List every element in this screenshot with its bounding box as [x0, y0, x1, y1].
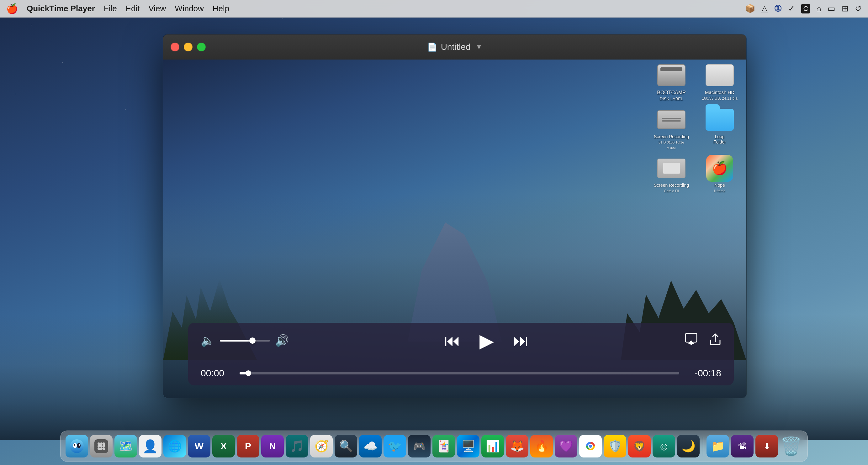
video-area[interactable]: BOOTCAMPDISK LABEL Macintosh HD160.53 GB… [163, 60, 746, 398]
maximize-button[interactable] [197, 43, 206, 52]
svg-point-11 [100, 445, 102, 447]
dock-item-parallels[interactable]: 🖥️ [457, 435, 479, 458]
dock-item-misc2[interactable]: ◎ [653, 435, 675, 458]
macintoshhd-label: Macintosh HD160.53 GB, 24.11 bla [699, 90, 740, 101]
dock-separator [703, 437, 703, 456]
menu-window[interactable]: Window [175, 4, 204, 13]
hd-icon-bootcamp [657, 64, 685, 86]
dock-item-groove[interactable]: 🎵 [286, 435, 308, 458]
dock-item-powerpoint[interactable]: P [237, 435, 259, 458]
screen-rec-1-icon-shape [657, 110, 685, 129]
dock-item-chrome[interactable] [579, 435, 602, 458]
drive-line-2 [662, 120, 681, 122]
nope-label: Nopeil frame [699, 183, 740, 193]
right-controls [684, 333, 721, 349]
minimize-button[interactable] [184, 43, 192, 52]
rewind-button[interactable]: ⏮ [444, 331, 461, 350]
dock-item-safari[interactable]: 🧭 [310, 435, 333, 458]
menu-edit[interactable]: Edit [126, 4, 140, 13]
progress-thumb[interactable] [246, 370, 251, 376]
svg-point-4 [74, 444, 75, 446]
dock-item-finder2[interactable]: 🔍 [335, 435, 357, 458]
app-name-label[interactable]: QuickTime Player [27, 4, 95, 13]
home-icon: ⌂ [816, 4, 821, 13]
dock-item-downie[interactable]: ⬇ [755, 435, 778, 458]
progress-bar[interactable] [240, 372, 679, 374]
svg-point-5 [79, 444, 80, 446]
dock-item-trash[interactable]: 🗑️ [780, 435, 802, 458]
volume-slider[interactable] [220, 340, 270, 341]
desktop-icon-screenrec1: Screen Recording01 D 0100 1of1ev uec [651, 107, 692, 150]
svg-point-15 [102, 447, 105, 450]
share-button[interactable] [709, 333, 721, 349]
title-dropdown-icon[interactable]: ▼ [476, 43, 483, 51]
dock-item-word[interactable]: W [188, 435, 210, 458]
desktop-icon-macintoshhd: Macintosh HD160.53 GB, 24.11 bla [699, 63, 740, 102]
dock-item-other[interactable]: 💜 [555, 435, 577, 458]
desktop-icon-bootcamp: BOOTCAMPDISK LABEL [651, 63, 692, 102]
screenrec2-icon-img [656, 156, 687, 181]
dock-item-numbers[interactable]: 📊 [482, 435, 504, 458]
screenrec2-label: Screen RecordingCam o Fil [651, 183, 692, 193]
time-current: 00:00 [201, 368, 232, 378]
bootcamp-label: BOOTCAMPDISK LABEL [651, 90, 692, 102]
svg-point-14 [100, 447, 102, 450]
launchpad-icon [94, 439, 108, 453]
volume-section: 🔈 🔊 [201, 334, 289, 347]
traffic-lights [170, 43, 206, 52]
nope-icon-img: 🍎 [704, 156, 735, 181]
svg-point-10 [97, 445, 100, 447]
dock-item-onenote[interactable]: N [261, 435, 284, 458]
dock-item-dark[interactable]: 🌙 [677, 435, 700, 458]
controls-bar: 🔈 🔊 ⏮ [188, 323, 734, 386]
video-content: BOOTCAMPDISK LABEL Macintosh HD160.53 GB… [163, 60, 746, 398]
checkmark-icon: ✓ [788, 4, 795, 13]
dock-item-norton[interactable]: 🛡️ [603, 435, 626, 458]
controls-top: 🔈 🔊 ⏮ [201, 330, 721, 352]
dock-item-screenium[interactable]: 📽 [731, 435, 753, 458]
dock-item-microsoft-edge[interactable]: 🌐 [163, 435, 186, 458]
desktop-icon-loopfolder: LoopFolder [699, 107, 740, 150]
dock-item-brave[interactable]: 🦁 [628, 435, 651, 458]
dock-item-maps[interactable]: 🗺️ [115, 435, 137, 458]
dock-item-finder[interactable] [66, 435, 88, 458]
volume-fill [220, 340, 252, 341]
apple-menu[interactable]: 🍎 [6, 3, 18, 14]
progress-row: 00:00 -00:18 [201, 368, 721, 378]
macintosh-hd-icon-shape [706, 64, 734, 86]
airplay-button[interactable] [684, 333, 698, 348]
google-drive-icon: △ [762, 4, 768, 13]
menu-file[interactable]: File [104, 4, 117, 13]
dock-item-launchpad[interactable] [90, 435, 113, 458]
svg-point-7 [97, 442, 100, 445]
menubar: 🍎 QuickTime Player File Edit View Window… [0, 0, 868, 18]
share-svg-icon [709, 333, 721, 346]
finder-icon [69, 439, 84, 454]
fastforward-button[interactable]: ⏭ [513, 331, 529, 350]
dock-item-twitter[interactable]: 🐦 [383, 435, 406, 458]
volume-thumb[interactable] [249, 337, 255, 344]
play-icon: ▶ [479, 330, 494, 352]
volume-high-icon: 🔊 [275, 334, 289, 347]
dock-item-firefox[interactable]: 🔥 [530, 435, 553, 458]
desktop-icon-screenrec2: Screen RecordingCam o Fil [651, 156, 692, 193]
dock-item-onedrive[interactable]: ☁️ [359, 435, 382, 458]
airplay-menu-icon: ▭ [828, 4, 835, 13]
icon-row-1: BOOTCAMPDISK LABEL Macintosh HD160.53 GB… [651, 63, 740, 102]
dock-item-contacts[interactable]: 👤 [139, 435, 161, 458]
dock-item-solitaire[interactable]: 🃏 [432, 435, 455, 458]
dock-item-misc1[interactable]: 🦊 [506, 435, 528, 458]
macintoshhd-icon-img [704, 63, 735, 88]
titlebar: 📄 Untitled ▼ [163, 34, 746, 60]
grid-icon: ⊞ [842, 4, 848, 13]
window-title: Untitled [441, 42, 471, 52]
svg-point-13 [97, 447, 100, 450]
dock-item-finder-app[interactable]: 📁 [707, 435, 729, 458]
play-button[interactable]: ▶ [479, 330, 494, 352]
menu-help[interactable]: Help [213, 4, 229, 13]
menu-view[interactable]: View [148, 4, 166, 13]
fastforward-icon: ⏭ [513, 331, 529, 350]
dock-item-steam[interactable]: 🎮 [408, 435, 431, 458]
close-button[interactable] [170, 43, 179, 52]
dock-item-excel[interactable]: X [212, 435, 235, 458]
